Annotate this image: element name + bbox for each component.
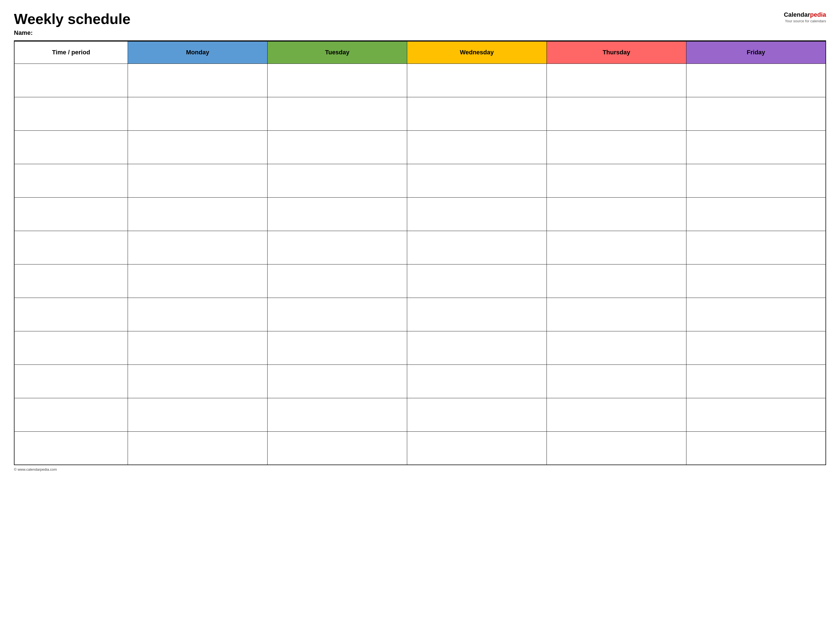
cell-row2-col3[interactable] bbox=[407, 131, 546, 164]
table-row bbox=[14, 197, 826, 231]
cell-row4-col5[interactable] bbox=[686, 197, 826, 231]
header: Weekly schedule Name: Calendarpedia Your… bbox=[14, 11, 826, 36]
cell-row2-col0[interactable] bbox=[14, 131, 128, 164]
col-header-monday: Monday bbox=[128, 41, 268, 63]
logo-calendar: Calendar bbox=[784, 11, 810, 18]
cell-row2-col5[interactable] bbox=[686, 131, 826, 164]
cell-row3-col0[interactable] bbox=[14, 164, 128, 197]
cell-row8-col2[interactable] bbox=[268, 331, 407, 364]
cell-row0-col3[interactable] bbox=[407, 63, 546, 97]
table-row bbox=[14, 131, 826, 164]
page-title: Weekly schedule bbox=[14, 11, 784, 27]
footer: © www.calendarpedia.com bbox=[14, 467, 826, 472]
cell-row3-col2[interactable] bbox=[268, 164, 407, 197]
cell-row11-col4[interactable] bbox=[546, 431, 686, 465]
cell-row0-col0[interactable] bbox=[14, 63, 128, 97]
cell-row11-col0[interactable] bbox=[14, 431, 128, 465]
cell-row5-col1[interactable] bbox=[128, 231, 268, 264]
cell-row3-col1[interactable] bbox=[128, 164, 268, 197]
cell-row3-col4[interactable] bbox=[546, 164, 686, 197]
cell-row2-col2[interactable] bbox=[268, 131, 407, 164]
cell-row0-col4[interactable] bbox=[546, 63, 686, 97]
cell-row6-col2[interactable] bbox=[268, 264, 407, 298]
col-header-thursday: Thursday bbox=[546, 41, 686, 63]
cell-row10-col0[interactable] bbox=[14, 398, 128, 431]
cell-row4-col2[interactable] bbox=[268, 197, 407, 231]
cell-row6-col4[interactable] bbox=[546, 264, 686, 298]
cell-row10-col2[interactable] bbox=[268, 398, 407, 431]
cell-row8-col5[interactable] bbox=[686, 331, 826, 364]
name-label: Name: bbox=[14, 29, 784, 36]
cell-row6-col1[interactable] bbox=[128, 264, 268, 298]
cell-row8-col3[interactable] bbox=[407, 331, 546, 364]
table-row bbox=[14, 298, 826, 331]
cell-row11-col5[interactable] bbox=[686, 431, 826, 465]
cell-row8-col0[interactable] bbox=[14, 331, 128, 364]
table-row bbox=[14, 364, 826, 398]
cell-row0-col2[interactable] bbox=[268, 63, 407, 97]
cell-row0-col5[interactable] bbox=[686, 63, 826, 97]
cell-row10-col3[interactable] bbox=[407, 398, 546, 431]
footer-url: © www.calendarpedia.com bbox=[14, 467, 57, 472]
cell-row3-col5[interactable] bbox=[686, 164, 826, 197]
cell-row5-col5[interactable] bbox=[686, 231, 826, 264]
cell-row1-col2[interactable] bbox=[268, 97, 407, 131]
cell-row7-col4[interactable] bbox=[546, 298, 686, 331]
cell-row11-col3[interactable] bbox=[407, 431, 546, 465]
cell-row2-col4[interactable] bbox=[546, 131, 686, 164]
cell-row1-col0[interactable] bbox=[14, 97, 128, 131]
cell-row9-col5[interactable] bbox=[686, 364, 826, 398]
cell-row5-col3[interactable] bbox=[407, 231, 546, 264]
cell-row5-col0[interactable] bbox=[14, 231, 128, 264]
col-header-friday: Friday bbox=[686, 41, 826, 63]
table-row bbox=[14, 431, 826, 465]
logo-tagline: Your source for calendars bbox=[784, 19, 826, 23]
cell-row4-col1[interactable] bbox=[128, 197, 268, 231]
cell-row7-col1[interactable] bbox=[128, 298, 268, 331]
cell-row1-col5[interactable] bbox=[686, 97, 826, 131]
table-row bbox=[14, 164, 826, 197]
cell-row2-col1[interactable] bbox=[128, 131, 268, 164]
cell-row3-col3[interactable] bbox=[407, 164, 546, 197]
cell-row9-col0[interactable] bbox=[14, 364, 128, 398]
cell-row6-col0[interactable] bbox=[14, 264, 128, 298]
logo-text: Calendarpedia bbox=[784, 11, 826, 18]
cell-row7-col0[interactable] bbox=[14, 298, 128, 331]
cell-row8-col1[interactable] bbox=[128, 331, 268, 364]
cell-row9-col1[interactable] bbox=[128, 364, 268, 398]
cell-row7-col5[interactable] bbox=[686, 298, 826, 331]
cell-row8-col4[interactable] bbox=[546, 331, 686, 364]
table-row bbox=[14, 331, 826, 364]
cell-row4-col0[interactable] bbox=[14, 197, 128, 231]
cell-row6-col3[interactable] bbox=[407, 264, 546, 298]
table-header-row: Time / period Monday Tuesday Wednesday T… bbox=[14, 41, 826, 63]
table-row bbox=[14, 231, 826, 264]
table-row bbox=[14, 97, 826, 131]
cell-row11-col2[interactable] bbox=[268, 431, 407, 465]
cell-row9-col4[interactable] bbox=[546, 364, 686, 398]
cell-row0-col1[interactable] bbox=[128, 63, 268, 97]
cell-row5-col4[interactable] bbox=[546, 231, 686, 264]
cell-row1-col3[interactable] bbox=[407, 97, 546, 131]
cell-row4-col3[interactable] bbox=[407, 197, 546, 231]
cell-row7-col2[interactable] bbox=[268, 298, 407, 331]
table-row bbox=[14, 264, 826, 298]
cell-row4-col4[interactable] bbox=[546, 197, 686, 231]
cell-row6-col5[interactable] bbox=[686, 264, 826, 298]
col-header-time: Time / period bbox=[14, 41, 128, 63]
cell-row10-col4[interactable] bbox=[546, 398, 686, 431]
cell-row9-col2[interactable] bbox=[268, 364, 407, 398]
cell-row11-col1[interactable] bbox=[128, 431, 268, 465]
title-area: Weekly schedule Name: bbox=[14, 11, 784, 36]
logo-pedia: pedia bbox=[810, 11, 826, 18]
cell-row1-col1[interactable] bbox=[128, 97, 268, 131]
cell-row7-col3[interactable] bbox=[407, 298, 546, 331]
cell-row10-col1[interactable] bbox=[128, 398, 268, 431]
table-row bbox=[14, 398, 826, 431]
schedule-table: Time / period Monday Tuesday Wednesday T… bbox=[14, 41, 826, 465]
cell-row10-col5[interactable] bbox=[686, 398, 826, 431]
logo-area: Calendarpedia Your source for calendars bbox=[784, 11, 826, 23]
cell-row9-col3[interactable] bbox=[407, 364, 546, 398]
cell-row1-col4[interactable] bbox=[546, 97, 686, 131]
cell-row5-col2[interactable] bbox=[268, 231, 407, 264]
